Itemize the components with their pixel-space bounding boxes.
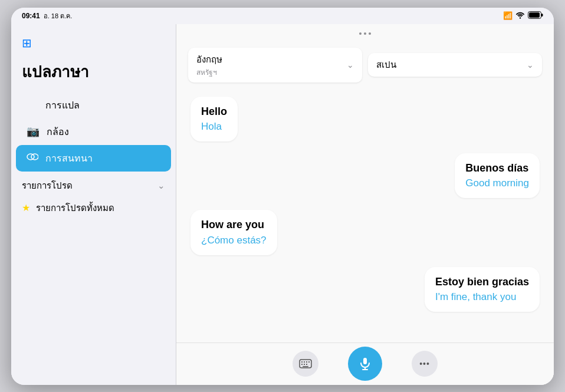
bubble-how-are-you: How are you ¿Cómo estás? [190,210,277,255]
source-lang-name: อังกฤษ [196,52,342,67]
camera-label: กล้อง [47,124,69,139]
date-display: อ. 18 ต.ค. [44,11,73,21]
right-panel: อังกฤษ สหรัฐฯ ⌄ สเปน ⌄ Hello [176,24,554,385]
time-display: 09:41 [22,12,40,20]
svg-rect-16 [363,358,367,364]
bubble-estaybien-translation: I'm fine, thank you [435,291,529,304]
microphone-button[interactable] [348,347,382,381]
sidebar-header: ⊞ [11,31,176,60]
bubble-buenos-translation: Good morning [465,177,529,190]
bubble-estoy-bien: Estoy bien gracias I'm fine, thank you [425,267,540,312]
svg-rect-15 [303,366,308,367]
message-row-3: How are you ¿Cómo estás? [190,210,540,255]
svg-text:🌐: 🌐 [27,98,38,109]
camera-icon: 📷 [27,125,40,138]
language-selector-bar: อังกฤษ สหรัฐฯ ⌄ สเปน ⌄ [176,43,554,87]
more-options-button[interactable]: ••• [412,351,438,377]
svg-rect-14 [306,364,307,365]
bubble-estaybien-primary: Estoy bien gracias [435,275,529,289]
status-bar-left: 09:41 อ. 18 ต.ค. [22,11,72,21]
message-row-4: Estoy bien gracias I'm fine, thank you [190,267,540,312]
sidebar-item-camera[interactable]: 📷 กล้อง [16,118,171,145]
bubble-howareyou-translation: ¿Cómo estás? [201,234,267,247]
bubble-hello-translation: Hola [201,120,227,133]
translate-label: การแปล [45,98,80,113]
svg-rect-10 [306,361,307,363]
favorites-chevron-icon: ⌄ [157,180,165,191]
source-lang-chevron-icon: ⌄ [347,60,354,70]
translate-icon: 🌐 [27,98,38,112]
app-title: แปลภาษา [11,60,176,92]
device-frame: 09:41 อ. 18 ต.ค. 📶 [11,8,554,385]
target-lang-name: สเปน [376,58,522,72]
menu-dots[interactable] [359,32,371,35]
svg-rect-9 [304,361,305,363]
svg-rect-12 [301,364,303,365]
svg-rect-2 [541,14,543,17]
bubble-hello: Hello Hola [190,97,238,141]
sidebar-item-all-favorites[interactable]: ★ รายการโปรดทั้งหมด [11,196,176,220]
target-lang-chevron-icon: ⌄ [527,60,534,70]
bubble-buenos-primary: Buenos días [465,162,529,175]
svg-point-5 [27,154,34,160]
svg-rect-3 [529,12,540,18]
svg-rect-11 [308,361,310,363]
bubble-howareyou-primary: How are you [201,218,267,232]
favorites-header-label: รายการโปรด [22,179,73,193]
dots-bar [176,24,554,43]
sidebar: ⊞ แปลภาษา 🌐 การแปล 📷 กล้อง [11,24,176,385]
svg-rect-8 [301,361,303,363]
svg-point-6 [31,154,38,160]
bottom-toolbar: ••• [176,342,554,385]
source-language-selector[interactable]: อังกฤษ สหรัฐฯ ⌄ [188,48,362,83]
bubble-hello-primary: Hello [201,105,227,118]
all-favorites-label: รายการโปรดทั้งหมด [36,201,114,215]
sidebar-item-conversation[interactable]: การสนทนา [16,145,171,172]
svg-rect-13 [304,364,305,365]
star-icon: ★ [22,202,30,213]
message-row-2: Buenos días Good morning [190,153,540,198]
svg-point-0 [520,17,521,18]
sidebar-panel-icon[interactable]: ⊞ [22,36,32,50]
conversation-area: Hello Hola Buenos días Good morning How … [176,87,554,342]
battery-display [528,11,543,20]
main-content: ⊞ แปลภาษา 🌐 การแปล 📷 กล้อง [11,24,554,385]
message-row-1: Hello Hola [190,97,540,141]
wifi-icon: 📶 [503,11,513,20]
status-bar-right: 📶 [503,11,543,20]
sidebar-item-translate[interactable]: 🌐 การแปล [16,92,171,118]
status-bar: 09:41 อ. 18 ต.ค. 📶 [11,8,554,24]
keyboard-button[interactable] [293,351,318,377]
bubble-buenos-dias: Buenos días Good morning [455,153,540,198]
target-language-selector[interactable]: สเปน ⌄ [368,53,542,77]
conversation-label: การสนทนา [45,151,93,166]
conversation-icon [27,151,38,165]
wifi-percent [515,12,525,20]
source-lang-sub: สหรัฐฯ [196,67,342,78]
favorites-section-header[interactable]: รายการโปรด ⌄ [11,172,176,196]
